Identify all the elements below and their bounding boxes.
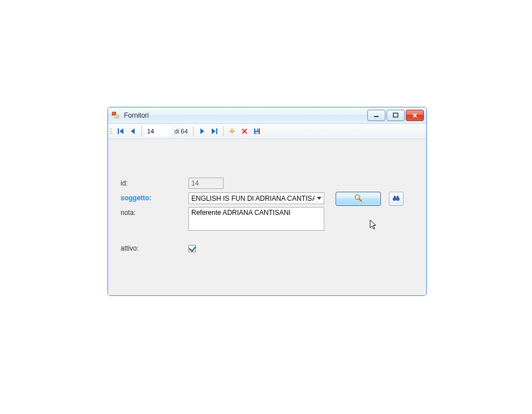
svg-rect-23 (395, 197, 397, 198)
svg-marker-16 (317, 197, 321, 200)
nav-delete-button[interactable] (239, 126, 250, 137)
nota-label: nota: (121, 207, 188, 217)
svg-rect-3 (393, 113, 398, 117)
svg-rect-4 (118, 128, 119, 134)
svg-rect-1 (115, 115, 119, 118)
id-label: id: (121, 178, 188, 187)
cursor-icon (370, 219, 379, 232)
svg-rect-2 (374, 116, 379, 117)
nav-first-button[interactable] (115, 126, 126, 137)
svg-marker-7 (200, 128, 204, 134)
find-button[interactable] (389, 192, 404, 206)
svg-marker-5 (119, 128, 123, 134)
chevron-down-icon[interactable] (315, 193, 324, 204)
window-title: Fornitori (124, 111, 367, 119)
maximize-button[interactable] (387, 110, 405, 121)
attivo-checkbox[interactable] (188, 245, 196, 252)
nav-last-button[interactable] (209, 126, 220, 137)
svg-line-18 (359, 199, 362, 202)
svg-rect-9 (216, 128, 217, 134)
svg-rect-15 (255, 132, 259, 134)
search-button[interactable] (336, 192, 381, 206)
client-area: id: soggetto: ENGLISH IS FUN DI ADRIANA … (108, 139, 426, 296)
fornitori-window: Fornitori di 64 (108, 107, 427, 296)
minimize-button[interactable] (367, 110, 385, 121)
titlebar[interactable]: Fornitori (108, 107, 426, 124)
app-icon (111, 111, 121, 120)
svg-marker-8 (212, 128, 216, 134)
nav-position-input[interactable] (145, 126, 171, 136)
nav-prev-button[interactable] (127, 126, 139, 137)
binoculars-icon (392, 193, 401, 204)
nav-count-label: di 64 (174, 128, 188, 135)
svg-point-17 (355, 195, 360, 200)
binding-navigator: di 64 (108, 124, 426, 139)
nav-save-button[interactable] (251, 126, 263, 137)
magnifier-icon (354, 193, 363, 204)
toolbar-grip (110, 128, 111, 134)
soggetto-label: soggetto: (121, 192, 188, 202)
attivo-label: attivo: (121, 244, 188, 252)
svg-rect-13 (255, 128, 259, 131)
svg-marker-6 (131, 128, 135, 134)
close-button[interactable] (406, 110, 424, 121)
nav-add-button[interactable] (226, 126, 238, 137)
soggetto-value: ENGLISH IS FUN DI ADRIANA CANTISANI (189, 195, 315, 202)
soggetto-combobox[interactable]: ENGLISH IS FUN DI ADRIANA CANTISANI (188, 192, 324, 204)
nota-field[interactable] (188, 207, 324, 231)
svg-rect-11 (229, 131, 235, 132)
svg-rect-14 (257, 129, 258, 131)
nav-next-button[interactable] (196, 126, 208, 137)
id-field (188, 178, 224, 189)
